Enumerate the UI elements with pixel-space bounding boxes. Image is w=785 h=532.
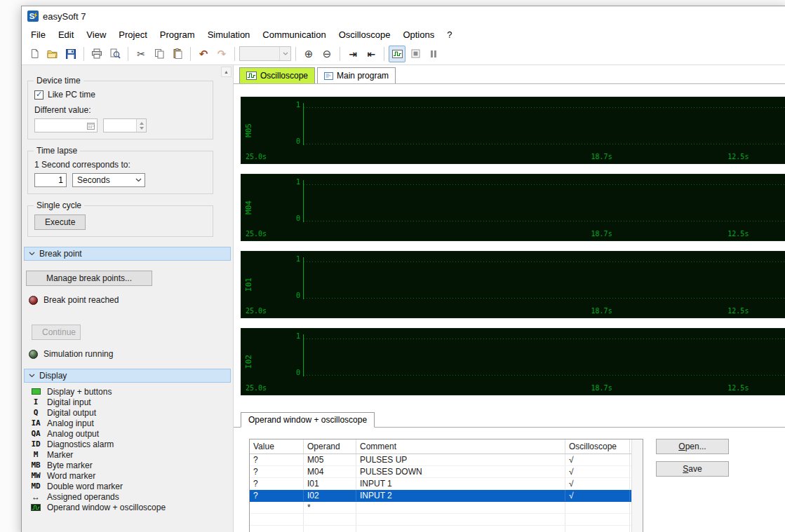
save-button[interactable] bbox=[62, 46, 79, 62]
save-icon bbox=[66, 49, 76, 59]
execute-button[interactable]: Execute bbox=[34, 214, 86, 230]
time-lapse-value-input[interactable] bbox=[34, 173, 67, 187]
display-item-assigned-operands[interactable]: ↔Assigned operands bbox=[22, 491, 233, 502]
cell-oscilloscope: √ bbox=[565, 478, 630, 489]
breakpoint-reached-indicator: Break point reached bbox=[29, 295, 233, 305]
table-row-i02[interactable]: ?I02INPUT 2√ bbox=[250, 490, 631, 502]
display-item-digital-output[interactable]: QDigital output bbox=[22, 407, 233, 418]
time-axis-label: 18.7s bbox=[591, 230, 612, 238]
time-axis-label: 25.0s bbox=[246, 153, 267, 161]
save-button[interactable]: Save bbox=[656, 461, 729, 477]
titlebar[interactable]: S easySoft 7 bbox=[22, 6, 785, 26]
menu-item-communication[interactable]: Communication bbox=[256, 28, 332, 41]
tab-oscilloscope[interactable]: Oscilloscope bbox=[239, 67, 315, 83]
undo-icon: ↶ bbox=[199, 48, 208, 59]
column-header-value[interactable]: Value bbox=[250, 439, 304, 453]
pause-icon bbox=[429, 50, 438, 58]
oscilloscope-channels: M051025.0s18.7s12.5sM041025.0s18.7s12.5s… bbox=[234, 84, 785, 405]
open-button[interactable] bbox=[44, 46, 61, 62]
table-row-help[interactable]: * bbox=[250, 502, 631, 514]
display-item-byte-marker[interactable]: MBByte marker bbox=[22, 460, 233, 470]
paste-button[interactable] bbox=[169, 46, 186, 62]
toolbar-separator bbox=[340, 47, 340, 61]
goto-start-button[interactable]: ⇤ bbox=[363, 46, 380, 62]
undo-button[interactable]: ↶ bbox=[195, 46, 212, 62]
sidebar-scrollbar[interactable]: ▲ bbox=[221, 67, 232, 532]
cell-comment: PULSES DOWN bbox=[356, 466, 565, 477]
table-scrollbar[interactable] bbox=[631, 439, 643, 532]
table-row-empty[interactable] bbox=[250, 514, 631, 526]
menu-item-oscilloscope[interactable]: Oscilloscope bbox=[333, 28, 397, 41]
display-item-display-buttons[interactable]: Display + buttons bbox=[22, 386, 233, 397]
chevron-down-icon bbox=[29, 252, 35, 256]
print-button[interactable] bbox=[88, 46, 105, 62]
display-item-analog-output[interactable]: QAAnalog output bbox=[22, 428, 233, 439]
y-axis-min-label: 0 bbox=[288, 214, 300, 222]
toolbar: ✂↶↷⊕⊖⇥⇤ bbox=[22, 43, 785, 65]
column-header-comment[interactable]: Comment bbox=[356, 439, 565, 453]
oscilloscope-toggle-button[interactable] bbox=[389, 46, 405, 62]
menu-item-simulation[interactable]: Simulation bbox=[201, 28, 257, 41]
oscilloscope-icon bbox=[392, 50, 403, 58]
stop-button[interactable] bbox=[407, 46, 424, 62]
redo-button[interactable]: ↷ bbox=[213, 46, 230, 62]
display-item-digital-input[interactable]: IDigital input bbox=[22, 397, 233, 407]
analog-output-icon: QA bbox=[31, 429, 40, 438]
cut-button[interactable]: ✂ bbox=[133, 46, 149, 62]
double-word-marker-icon: MD bbox=[31, 482, 40, 491]
tab-main-program[interactable]: Main program bbox=[317, 67, 396, 83]
tab-label: Main program bbox=[337, 71, 389, 81]
zoom-combo[interactable] bbox=[239, 46, 291, 61]
menu-item-project[interactable]: Project bbox=[112, 28, 153, 41]
printer-icon bbox=[91, 48, 102, 59]
scroll-up-icon[interactable]: ▲ bbox=[221, 67, 232, 77]
menu-item-options[interactable]: Options bbox=[396, 28, 441, 41]
channel-label: I01 bbox=[244, 278, 253, 292]
breakpoint-section-header[interactable]: Break point bbox=[24, 247, 231, 261]
manage-breakpoints-button[interactable]: Manage break points... bbox=[26, 271, 152, 286]
zoom-in-icon: ⊕ bbox=[304, 48, 314, 59]
different-value-date-input[interactable] bbox=[34, 118, 98, 132]
digital-output-icon: Q bbox=[34, 408, 39, 417]
tab-operand-window-oscilloscope[interactable]: Operand window + oscilloscope bbox=[241, 412, 375, 428]
table-row-m05[interactable]: ?M05PULSES UP√ bbox=[250, 454, 631, 466]
continue-button[interactable]: Continue bbox=[32, 325, 81, 340]
window-title: easySoft 7 bbox=[43, 11, 86, 22]
column-header-operand[interactable]: Operand bbox=[304, 439, 356, 453]
display-item-operand-window-oscilloscope[interactable]: Operand window + oscilloscope bbox=[22, 502, 233, 512]
zoom-out-button[interactable]: ⊖ bbox=[318, 46, 335, 62]
different-value-time-input[interactable] bbox=[103, 118, 147, 132]
diagnostics-alarm-icon: ID bbox=[31, 439, 40, 449]
display-item-marker[interactable]: MMarker bbox=[22, 449, 233, 460]
time-lapse-unit-select[interactable]: Seconds bbox=[72, 173, 145, 187]
table-row-i01[interactable]: ?I01INPUT 1√ bbox=[250, 478, 631, 490]
display-section-header[interactable]: Display bbox=[24, 369, 231, 383]
cell-value: ? bbox=[250, 490, 304, 501]
goto-end-button[interactable]: ⇥ bbox=[344, 46, 361, 62]
zoom-in-button[interactable]: ⊕ bbox=[300, 46, 317, 62]
menu-item-view[interactable]: View bbox=[80, 28, 112, 41]
table-row-empty[interactable] bbox=[250, 526, 631, 532]
display-item-double-word-marker[interactable]: MDDouble word marker bbox=[22, 481, 233, 491]
time-axis-label: 12.5s bbox=[727, 307, 749, 315]
open-button[interactable]: Open... bbox=[656, 439, 729, 454]
display-item-word-marker[interactable]: MWWord marker bbox=[22, 470, 233, 481]
table-row-m04[interactable]: ?M04PULSES DOWN√ bbox=[250, 466, 631, 478]
like-pc-time-checkbox[interactable]: ✓ Like PC time bbox=[34, 90, 206, 100]
time-axis-label: 18.7s bbox=[591, 384, 612, 392]
menu-item-edit[interactable]: Edit bbox=[52, 28, 80, 41]
pause-button[interactable] bbox=[425, 46, 442, 62]
column-header-oscilloscope[interactable]: Oscilloscope bbox=[565, 439, 630, 453]
menu-item-program[interactable]: Program bbox=[154, 28, 201, 41]
print-preview-button[interactable] bbox=[107, 46, 123, 62]
breakpoint-led-icon bbox=[29, 296, 38, 305]
menu-item-help[interactable]: ? bbox=[441, 28, 458, 41]
spinner-icon[interactable] bbox=[136, 119, 146, 132]
display-item-analog-input[interactable]: IAAnalog input bbox=[22, 418, 233, 428]
copy-button[interactable] bbox=[151, 46, 168, 62]
new-button[interactable] bbox=[26, 46, 43, 62]
chevron-down-icon bbox=[133, 174, 145, 186]
display-item-label: Marker bbox=[47, 450, 73, 460]
menu-item-file[interactable]: File bbox=[25, 28, 52, 41]
display-item-diagnostics-alarm[interactable]: IDDiagnostics alarm bbox=[22, 439, 233, 449]
